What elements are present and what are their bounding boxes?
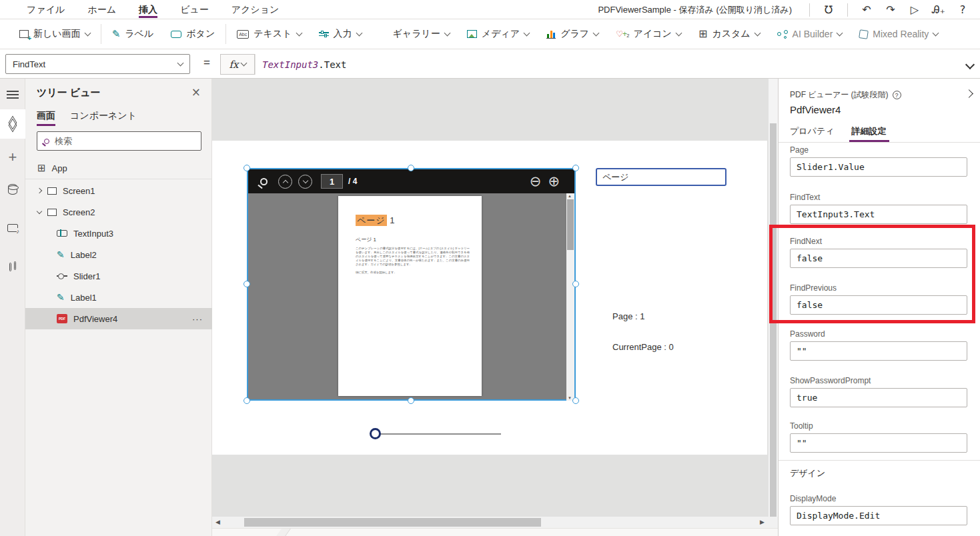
ribbon-gallery[interactable]: ギャラリー <box>370 19 458 49</box>
selection-handle[interactable] <box>572 281 579 287</box>
chevron-down-icon <box>177 59 184 66</box>
canvas-horizontal-scrollbar[interactable]: ◀ ▶ <box>212 517 778 528</box>
help-circle-icon[interactable]: ? <box>893 91 901 99</box>
media-rail-icon[interactable] <box>0 213 25 243</box>
field-value-showpasswordprompt[interactable]: true <box>790 388 967 407</box>
tab-advanced[interactable]: 詳細設定 <box>852 125 887 142</box>
formula-input[interactable]: TextInput3.Text <box>255 54 964 75</box>
icons-icon: ♡+₂ <box>616 29 628 39</box>
selection-handle[interactable] <box>572 165 579 171</box>
hamburger-menu-icon[interactable] <box>0 80 25 109</box>
pdf-scrollbar-thumb[interactable] <box>567 199 574 250</box>
tree-item-slider1[interactable]: Slider1 <box>25 265 212 287</box>
ribbon-button-btn[interactable]: ボタン <box>162 19 223 49</box>
selection-handle[interactable] <box>408 397 414 404</box>
pdf-viewer-control[interactable]: 1 / 4 ⊖ ⊕ ページ 1 ページ 1 このテンプレートの書式設定を使用する… <box>247 168 576 401</box>
tree-item-label: Label1 <box>71 293 97 303</box>
chevron-down-icon <box>593 29 600 36</box>
zoom-out-icon[interactable]: ⊖ <box>530 175 542 189</box>
ribbon-ai-builder[interactable]: AI Builder <box>769 19 851 49</box>
scrollbar-thumb[interactable] <box>770 123 777 523</box>
tree-view-rail-icon[interactable] <box>0 109 25 139</box>
tree-item-screen2[interactable]: Screen2 <box>25 201 212 223</box>
selection-handle[interactable] <box>408 165 414 171</box>
pdf-page-number-input[interactable]: 1 <box>321 174 343 189</box>
selection-handle[interactable] <box>243 281 250 287</box>
chevron-right-icon[interactable] <box>37 188 42 193</box>
pdf-doc-subheading: ページ 1 <box>356 236 470 243</box>
ribbon-custom[interactable]: ⊞ カスタム <box>690 19 769 49</box>
ribbon-input[interactable]: 入力 <box>310 19 370 49</box>
close-icon[interactable]: × <box>191 85 201 99</box>
menu-home[interactable]: ホーム <box>87 0 116 19</box>
scrollbar-thumb[interactable] <box>244 518 541 527</box>
advanced-tools-rail-icon[interactable] <box>0 252 25 281</box>
chevron-down-icon[interactable] <box>37 208 42 213</box>
panel-collapse-chevron-icon[interactable] <box>965 89 973 98</box>
menu-file[interactable]: ファイル <box>27 0 65 19</box>
tab-components[interactable]: コンポーネント <box>70 110 137 126</box>
panel-divider <box>779 142 980 143</box>
field-value-page[interactable]: Slider1.Value <box>790 157 967 177</box>
fx-button[interactable]: fx <box>220 54 255 75</box>
pdf-search-icon[interactable] <box>260 178 268 185</box>
property-dropdown[interactable]: FindText <box>5 54 190 74</box>
app-checker-icon[interactable]: ℧ <box>817 0 841 19</box>
tree-item-app[interactable]: ⊞ App <box>25 157 212 179</box>
label-icon: ✎ <box>57 293 65 302</box>
share-user-icon[interactable]: Ꭿ₊ <box>927 0 951 19</box>
tab-properties[interactable]: プロパティ <box>790 125 835 142</box>
tree-item-label2[interactable]: ✎ Label2 <box>25 244 212 265</box>
help-icon[interactable]: ? <box>951 0 975 19</box>
selection-handle[interactable] <box>572 397 579 404</box>
tree-item-label1[interactable]: ✎ Label1 <box>25 287 212 308</box>
ribbon-text[interactable]: Abc テキスト <box>228 19 310 49</box>
selection-handle[interactable] <box>243 165 250 171</box>
ribbon-label: Mixed Reality <box>873 29 929 39</box>
field-value-password[interactable]: "" <box>790 341 967 361</box>
tab-screens[interactable]: 画面 <box>37 110 55 126</box>
scroll-left-arrow-icon[interactable]: ◀ <box>215 519 220 525</box>
tree-search-input[interactable]: 検索 <box>37 131 201 151</box>
pdf-prev-match-icon[interactable] <box>278 175 292 189</box>
tree-item-pdfviewer4[interactable]: PDF PdfViewer4 ··· <box>25 308 212 329</box>
undo-icon[interactable]: ↶ <box>855 0 879 19</box>
selection-handle[interactable] <box>243 397 250 404</box>
ribbon-chart[interactable]: グラフ <box>538 19 607 49</box>
tree-item-screen1[interactable]: Screen1 <box>25 180 212 201</box>
ribbon-new-screen[interactable]: 新しい画面 <box>11 19 99 49</box>
redo-icon[interactable]: ↷ <box>879 0 903 19</box>
menu-insert[interactable]: 挿入 <box>139 0 157 19</box>
pdf-scrollbar[interactable]: ▲ ▼ <box>566 193 574 401</box>
menu-view[interactable]: ビュー <box>180 0 209 19</box>
ribbon-label: カスタム <box>712 28 750 40</box>
page-text-input[interactable]: ページ <box>596 168 726 186</box>
tree-tabs: 画面 コンポーネント <box>37 110 137 126</box>
text-icon: Abc <box>237 30 249 39</box>
custom-icon: ⊞ <box>698 29 707 39</box>
slider-knob[interactable] <box>370 428 381 439</box>
ribbon-label-btn[interactable]: ✎ ラベル <box>103 19 163 49</box>
menu-action[interactable]: アクション <box>231 0 280 19</box>
more-options-icon[interactable]: ··· <box>192 314 203 324</box>
ribbon-mixed-reality[interactable]: Mixed Reality <box>851 19 947 49</box>
pdf-next-match-icon[interactable] <box>298 175 312 189</box>
scroll-right-arrow-icon[interactable]: ▶ <box>760 519 765 525</box>
field-value-findtext[interactable]: TextInput3.Text <box>790 205 967 224</box>
scroll-down-arrow-icon[interactable]: ▼ <box>568 396 572 400</box>
formula-bar-expand-chevron-icon[interactable] <box>967 59 973 71</box>
ribbon-label: アイコン <box>634 28 672 40</box>
insert-plus-rail-icon[interactable]: + <box>0 143 25 172</box>
slider-rail[interactable] <box>376 433 501 435</box>
tree-item-textinput3[interactable]: TextInput3 <box>25 223 212 244</box>
field-value-displaymode[interactable]: DisplayMode.Edit <box>790 506 967 525</box>
label-icon: ✎ <box>112 28 121 40</box>
scroll-up-arrow-icon[interactable]: ▲ <box>568 194 572 198</box>
zoom-in-icon[interactable]: ⊕ <box>548 175 560 189</box>
ribbon-media[interactable]: メディア <box>458 19 538 49</box>
tree-divider <box>25 179 212 179</box>
ribbon-icons[interactable]: ♡+₂ アイコン <box>607 19 690 49</box>
field-value-tooltip[interactable]: "" <box>790 433 967 453</box>
data-sources-rail-icon[interactable] <box>0 175 25 204</box>
play-preview-icon[interactable]: ▷ <box>903 0 927 19</box>
